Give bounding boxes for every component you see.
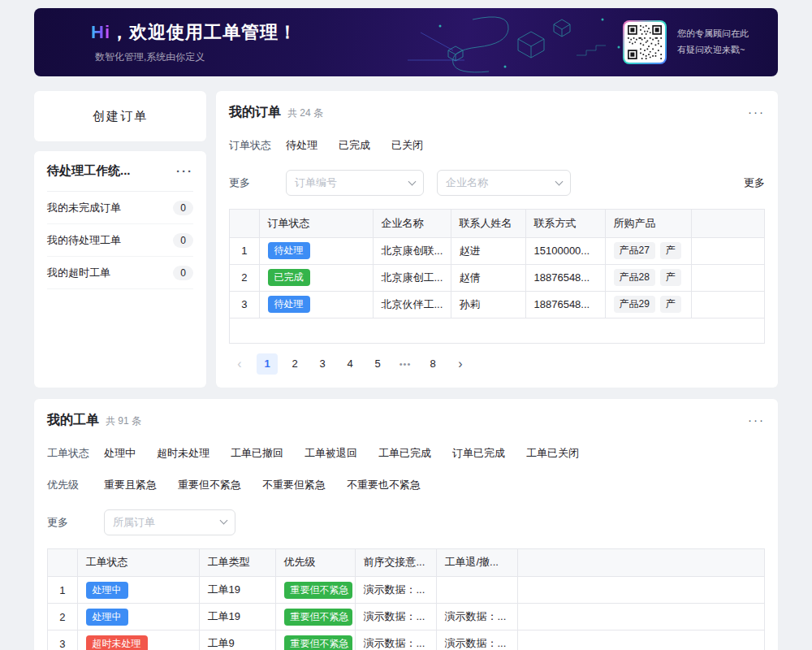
create-order-button[interactable]: 创建订单	[34, 91, 206, 141]
wo-status-closed[interactable]: 工单已关闭	[526, 446, 579, 461]
priority-filter-row: 优先级 重要且紧急 重要但不紧急 不重要但紧急 不重要也不紧急	[47, 478, 765, 492]
cell-withdraw: 演示数据：...	[436, 604, 517, 630]
product-tag: 产品28	[614, 269, 655, 286]
page-button-2[interactable]: 2	[284, 353, 305, 375]
cell-type: 工单19	[199, 577, 275, 604]
cell-withdraw: 演示数据：...	[436, 630, 517, 650]
workorder-more-filter-row: 更多 所属订单	[47, 509, 765, 535]
cell-products: 产品29产	[605, 291, 691, 318]
consultant-note-line1: 您的专属顾问在此	[677, 26, 749, 42]
page-button-3[interactable]: 3	[312, 353, 333, 375]
order-status-option-closed[interactable]: 已关闭	[391, 138, 423, 153]
workorders-table-header-row: 工单状态 工单类型 优先级 前序交接意... 工单退/撤...	[48, 549, 764, 577]
stat-count-badge: 0	[173, 233, 193, 248]
status-badge: 处理中	[86, 582, 128, 599]
cell-products: 产品27产	[605, 237, 691, 264]
status-badge: 处理中	[86, 609, 128, 626]
priority-not-important-urgent[interactable]: 不重要但紧急	[262, 478, 326, 492]
status-badge: 待处理	[268, 242, 310, 259]
chevron-down-icon	[220, 517, 228, 525]
order-status-option-pending[interactable]: 待处理	[286, 138, 317, 153]
order-status-option-completed[interactable]: 已完成	[339, 138, 370, 153]
order-more-filter-row: 更多 订单编号 企业名称 更多	[229, 170, 765, 196]
company-name-select[interactable]: 企业名称	[437, 170, 571, 196]
pending-work-stats-card: 待处理工作统... ··· 我的未完成订单 0 我的待处理工单 0 我的超时工单…	[34, 151, 206, 388]
priority-not-important-not-urgent[interactable]: 不重要也不紧急	[347, 478, 421, 492]
banner-decoration-wireframe	[359, 8, 635, 76]
stats-more-icon[interactable]: ···	[176, 165, 193, 177]
product-tag: 产品29	[614, 296, 655, 313]
banner-subtitle: 数智化管理,系统由你定义	[95, 50, 297, 64]
qr-code-icon	[628, 25, 662, 59]
header-withdraw: 工单退/撤...	[436, 549, 517, 577]
cell-status: 待处理	[259, 237, 373, 264]
stat-count-badge: 0	[173, 266, 193, 280]
cell-ghost	[691, 264, 764, 291]
workorders-panel-title: 我的工单	[47, 412, 99, 429]
priority-important-urgent[interactable]: 重要且紧急	[104, 478, 157, 492]
more-pages-icon[interactable]: •••	[395, 353, 416, 375]
cell-ghost	[517, 604, 764, 630]
order-row[interactable]: 2 已完成 北京康创工... 赵倩 18876548... 产品28产	[230, 264, 764, 291]
header-contact-name: 联系人姓名	[451, 210, 525, 237]
order-row[interactable]: 1 待处理 北京康创联... 赵进 15100000... 产品27产	[230, 237, 764, 264]
consultant-note-line2: 有疑问欢迎来戳~	[677, 42, 749, 58]
workorder-row[interactable]: 3 超时未处理 工单9 重要但不紧急 演示数据：... 演示数据：...	[48, 630, 764, 650]
orders-more-icon[interactable]: ···	[748, 106, 765, 118]
workorder-status-filter-label: 工单状态	[47, 446, 104, 461]
header-company: 企业名称	[373, 210, 451, 237]
cell-index: 3	[230, 291, 259, 318]
cell-phone: 18876548...	[525, 264, 605, 291]
cell-phone: 15100000...	[525, 237, 605, 264]
orders-panel-title: 我的订单	[229, 104, 281, 121]
cell-index: 2	[48, 604, 77, 630]
cell-withdraw	[436, 577, 517, 604]
priority-important-not-urgent[interactable]: 重要但不紧急	[178, 478, 241, 492]
stat-pending-workorders[interactable]: 我的待处理工单 0	[47, 224, 193, 257]
cell-handover: 演示数据：...	[355, 630, 436, 650]
page-button-1[interactable]: 1	[257, 353, 278, 375]
cell-contact: 赵倩	[451, 264, 525, 291]
workorder-row[interactable]: 2 处理中 工单19 重要但不紧急 演示数据：... 演示数据：...	[48, 604, 764, 630]
product-tag: 产	[660, 296, 681, 313]
priority-badge: 重要但不紧急	[284, 582, 352, 599]
page-button-5[interactable]: 5	[367, 353, 388, 375]
wo-status-returned[interactable]: 工单被退回	[304, 446, 357, 461]
workorder-row[interactable]: 1 处理中 工单19 重要但不紧急 演示数据：...	[48, 577, 764, 604]
parent-order-select[interactable]: 所属订单	[104, 509, 235, 535]
wo-status-order-completed[interactable]: 订单已完成	[452, 446, 505, 461]
stat-label: 我的待处理工单	[47, 233, 121, 248]
stat-unfinished-orders[interactable]: 我的未完成订单 0	[47, 192, 193, 224]
order-row[interactable]: 3 待处理 北京伙伴工... 孙莉 18876548... 产品29产	[230, 291, 764, 318]
cell-priority: 重要但不紧急	[275, 630, 355, 650]
wo-status-processing[interactable]: 处理中	[104, 446, 136, 461]
cell-company: 北京康创工...	[373, 264, 451, 291]
header-order-status: 订单状态	[259, 210, 373, 237]
wo-status-completed[interactable]: 工单已完成	[378, 446, 431, 461]
workorder-dashboard-page: Hi，欢迎使用工单管理！ 数智化管理,系统由你定义	[0, 0, 812, 650]
banner-greeting: Hi，欢迎使用工单管理！	[91, 20, 297, 45]
wo-status-withdrawn[interactable]: 工单已撤回	[231, 446, 283, 461]
workorders-count: 共 91 条	[106, 414, 141, 428]
stats-card-title: 待处理工作统...	[47, 163, 131, 179]
cell-ghost	[691, 291, 764, 318]
order-number-select[interactable]: 订单编号	[286, 170, 424, 196]
priority-filter-label: 优先级	[47, 478, 104, 492]
cell-index: 1	[230, 237, 259, 264]
priority-badge: 重要但不紧急	[284, 609, 352, 626]
status-badge: 超时未处理	[86, 635, 148, 650]
page-button-4[interactable]: 4	[339, 353, 361, 375]
product-tag: 产	[660, 269, 681, 286]
workorder-status-filter-row: 工单状态 处理中 超时未处理 工单已撤回 工单被退回 工单已完成 订单已完成 工…	[47, 446, 765, 461]
chevron-down-icon	[408, 177, 417, 185]
priority-badge: 重要但不紧急	[284, 635, 352, 650]
cell-ghost	[517, 630, 764, 650]
prev-page-button[interactable]: ‹	[229, 353, 250, 375]
stat-overtime-workorders[interactable]: 我的超时工单 0	[47, 257, 193, 289]
page-button-8[interactable]: 8	[422, 353, 443, 375]
workorders-more-icon[interactable]: ···	[748, 414, 765, 426]
wo-status-overtime[interactable]: 超时未处理	[157, 446, 209, 461]
next-page-button[interactable]: ›	[450, 353, 471, 375]
header-priority: 优先级	[275, 549, 355, 577]
orders-more-link[interactable]: 更多	[744, 176, 765, 190]
